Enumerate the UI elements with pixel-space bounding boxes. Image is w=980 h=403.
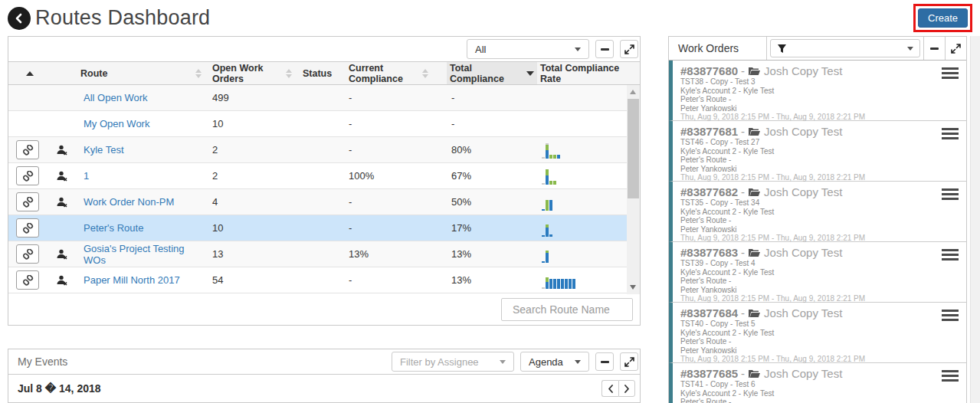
work-order-card[interactable]: #83877682 - Josh Copy TestTST35 - Copy -… <box>669 182 966 242</box>
work-order-card[interactable]: #83877684 - Josh Copy TestTST40 - Copy -… <box>669 303 966 363</box>
scroll-up-icon[interactable] <box>630 90 636 94</box>
compliance-rate-sparkline[interactable] <box>542 272 628 289</box>
open-route-link-button[interactable] <box>16 192 39 211</box>
header-sort-asc[interactable] <box>8 62 51 84</box>
header-status[interactable]: Status <box>300 62 346 84</box>
work-order-card[interactable]: #83877681 - Josh Copy TestTST46 - Copy -… <box>669 121 966 182</box>
header-total-compliance-rate[interactable]: Total Compliance Rate <box>537 62 628 84</box>
table-row[interactable]: My Open Work10-- <box>8 111 628 137</box>
remove-assignee-button[interactable] <box>56 275 77 286</box>
open-route-link-button[interactable] <box>16 270 39 290</box>
route-name-link[interactable]: All Open Work <box>84 92 148 103</box>
route-name-link[interactable]: My Open Work <box>84 118 149 129</box>
work-order-card[interactable]: #83877685 - Josh Copy TestTST41 - Copy -… <box>669 363 966 403</box>
total-compliance-cell: 13% <box>447 274 537 286</box>
scroll-down-icon[interactable] <box>630 285 636 290</box>
status-cell <box>300 222 346 234</box>
routes-collapse-button[interactable] <box>595 40 614 58</box>
create-button[interactable]: Create <box>918 8 968 28</box>
compliance-rate-sparkline[interactable] <box>542 194 628 211</box>
table-row[interactable]: Work Order Non-PM4-50% <box>8 189 628 215</box>
table-row[interactable]: All Open Work499-- <box>8 85 628 111</box>
open-route-link-button[interactable] <box>16 140 39 159</box>
work-order-number[interactable]: #83877683 <box>680 246 738 259</box>
prev-week-button[interactable] <box>601 380 618 397</box>
remove-assignee-button[interactable] <box>56 249 77 260</box>
work-orders-panel: Work Orders #83877680 - Josh Copy TestTS… <box>668 36 967 403</box>
expand-icon <box>624 44 634 54</box>
work-order-name[interactable]: Josh Copy Test <box>764 367 842 380</box>
route-filter-dropdown[interactable]: All <box>467 39 589 59</box>
table-row[interactable]: Kyle Test2-80% <box>8 137 628 163</box>
header-current-compliance[interactable]: Current Compliance <box>346 62 447 84</box>
events-expand-button[interactable] <box>620 352 638 371</box>
compliance-rate-sparkline[interactable] <box>542 220 628 237</box>
header-route[interactable]: Route <box>77 62 209 84</box>
date-range-label: Jul 8 � 14, 2018 <box>18 382 101 395</box>
work-order-name[interactable]: Josh Copy Test <box>764 185 842 198</box>
route-name-link[interactable]: 1 <box>84 170 89 182</box>
remove-assignee-button[interactable] <box>56 171 77 182</box>
sparkline-bar <box>542 261 545 263</box>
remove-assignee-button[interactable] <box>56 145 77 156</box>
compliance-rate-sparkline[interactable] <box>542 142 628 159</box>
card-menu-icon[interactable] <box>942 67 959 79</box>
header-open-work-orders[interactable]: Open Work Orders <box>209 62 300 84</box>
route-name-link[interactable]: Peter's Route <box>84 222 143 234</box>
card-menu-icon[interactable] <box>942 249 959 260</box>
total-compliance-cell: 13% <box>447 248 537 260</box>
work-orders-expand-button[interactable] <box>945 37 966 60</box>
work-order-number[interactable]: #83877685 <box>680 367 738 380</box>
work-order-number[interactable]: #83877680 <box>680 64 738 77</box>
work-orders-collapse-button[interactable] <box>923 37 945 60</box>
table-row[interactable]: 12100%67% <box>8 163 628 189</box>
card-menu-icon[interactable] <box>942 188 959 200</box>
search-route-input[interactable] <box>501 298 633 321</box>
table-row[interactable]: Gosia's Project Testing WOs1313%13% <box>8 241 628 267</box>
minus-icon <box>601 361 609 363</box>
card-menu-icon[interactable] <box>942 310 959 321</box>
compliance-rate-sparkline[interactable] <box>542 168 628 185</box>
table-row[interactable]: Peter's Route10-17% <box>8 215 628 241</box>
open-route-link-button[interactable] <box>16 218 39 238</box>
table-row[interactable]: Paper Mill North 201754-13% <box>8 267 628 293</box>
compliance-rate-sparkline[interactable] <box>542 246 628 263</box>
card-menu-icon[interactable] <box>942 128 959 139</box>
chevron-down-icon <box>907 47 913 51</box>
route-cell: Gosia's Project Testing WOs <box>77 243 209 266</box>
work-order-name[interactable]: Josh Copy Test <box>764 246 842 259</box>
work-orders-filter-dropdown[interactable] <box>770 39 920 57</box>
next-week-button[interactable] <box>618 380 635 397</box>
header-total-compliance[interactable]: Total Compliance <box>447 62 537 84</box>
work-order-name[interactable]: Josh Copy Test <box>764 64 842 77</box>
expand-icon <box>624 357 634 367</box>
work-order-number[interactable]: #83877684 <box>680 306 738 319</box>
page-scrollbar[interactable] <box>970 36 980 403</box>
routes-expand-button[interactable] <box>620 40 638 58</box>
route-name-link[interactable]: Gosia's Project Testing WOs <box>84 243 185 266</box>
open-route-link-button[interactable] <box>16 244 39 264</box>
back-icon[interactable] <box>8 7 31 30</box>
work-order-name[interactable]: Josh Copy Test <box>764 306 842 319</box>
work-order-title-row: #83877685 - Josh Copy Test <box>680 367 959 380</box>
work-order-number[interactable]: #83877681 <box>680 125 738 138</box>
route-name-link[interactable]: Kyle Test <box>84 144 124 156</box>
sort-asc-icon <box>26 71 34 76</box>
route-name-link[interactable]: Work Order Non-PM <box>84 196 174 208</box>
scrollbar-thumb[interactable] <box>628 99 639 198</box>
remove-assignee-button[interactable] <box>56 197 77 208</box>
view-mode-dropdown[interactable]: Agenda <box>520 352 589 372</box>
open-route-link-button[interactable] <box>16 166 39 185</box>
filter-by-assignee-dropdown[interactable]: Filter by Assignee <box>392 352 514 372</box>
work-order-card[interactable]: #83877680 - Josh Copy TestTST38 - Copy -… <box>669 61 966 121</box>
card-menu-icon[interactable] <box>942 370 959 382</box>
work-order-number[interactable]: #83877682 <box>680 185 738 198</box>
table-scrollbar[interactable] <box>627 85 640 294</box>
route-name-link[interactable]: Paper Mill North 2017 <box>84 274 180 286</box>
work-order-card[interactable]: #83877683 - Josh Copy TestTST39 - Copy -… <box>669 242 966 303</box>
events-collapse-button[interactable] <box>595 352 614 371</box>
current-compliance-cell: - <box>346 274 447 286</box>
work-order-name[interactable]: Josh Copy Test <box>764 125 842 138</box>
total-compliance-cell: - <box>447 118 537 129</box>
status-cell <box>300 144 346 156</box>
